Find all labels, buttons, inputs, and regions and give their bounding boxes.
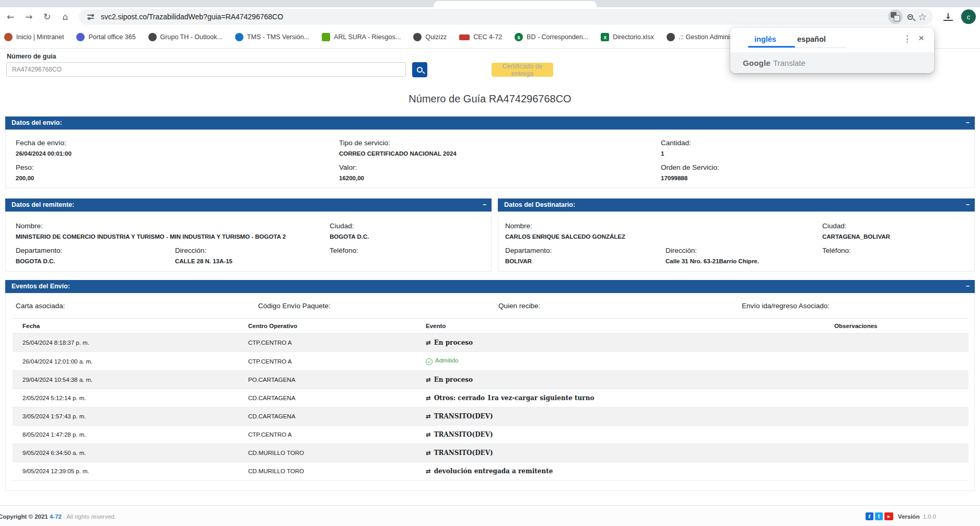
sender-panel-header[interactable]: Datos del remitente: − — [5, 198, 492, 212]
home-button[interactable]: ⌂ — [59, 11, 72, 22]
table-row: 26/04/2024 12:01:00 a. m. CTP.CENTRO A ✓… — [13, 352, 969, 371]
youtube-icon[interactable]: ▶ — [884, 512, 893, 520]
collapse-icon[interactable]: − — [966, 116, 970, 130]
field-value: BOLIVAR — [505, 258, 666, 264]
sender-department: Departamento: BOGOTA D.C. — [16, 247, 175, 265]
facebook-icon[interactable]: f — [866, 512, 873, 520]
events-panel-header[interactable]: Eventos del Envío: − — [5, 280, 975, 293]
bookmark-item-directorio[interactable]: xDirectorio.xlsx — [601, 33, 654, 41]
cell-observations — [824, 426, 969, 444]
version-label: Versión — [898, 513, 920, 520]
browser-toolbar: ← → ↻ ⌂ svc2.sipost.co/TrazabilidadWeb?g… — [0, 7, 980, 26]
search-icon — [417, 67, 423, 73]
bookmark-item-arl-sura[interactable]: ARL SURA - Riesgos... — [322, 33, 401, 41]
event-text: Otros: cerrado 1ra vez-cargar siguiente … — [434, 394, 594, 402]
bookmark-item-tms[interactable]: TMS - TMS Versión... — [235, 33, 309, 41]
bookmark-item-outlook[interactable]: Grupo TH - Outlook... — [148, 33, 223, 41]
cell-date: 9/05/2024 6:34:50 a. m. — [13, 444, 238, 462]
tab-spanish[interactable]: español — [797, 35, 826, 43]
cell-center: PO.CARTAGENA — [238, 371, 416, 389]
bookmark-label: CEC 4-72 — [473, 33, 502, 41]
certificate-button[interactable]: Certificado de entrega — [492, 63, 553, 77]
download-icon[interactable]: ↓ — [943, 13, 953, 21]
shipment-panel-title: Datos del envío: — [11, 119, 62, 126]
cell-center: CD.CARTAGENA — [238, 389, 416, 407]
url-text[interactable]: svc2.sipost.co/TrazabilidadWeb?guia=RA47… — [101, 13, 283, 21]
bookmark-item-office365[interactable]: Portal office 365 — [76, 33, 135, 41]
field-value: 16200,00 — [339, 175, 661, 181]
field-label: Ciudad: — [330, 222, 491, 230]
guide-number-input[interactable] — [6, 62, 406, 77]
bookmark-item-cec-472[interactable]: CEC 4-72 — [459, 33, 502, 41]
table-row: 9/05/2024 12:39:05 p. m. CD.MURILLO TORO… — [13, 462, 969, 481]
field-value: Calle 31 Nro. 63-21Barrio Chipre. — [666, 258, 822, 264]
field-value: CARLOS ENRIQUE SALCEDO GONZÁLEZ — [505, 233, 822, 240]
cell-date: 29/04/2024 10:54:38 a. m. — [13, 371, 238, 389]
close-icon[interactable]: × — [918, 32, 924, 44]
bookmark-item-mintranet[interactable]: Inicio | Mintranet — [4, 33, 64, 41]
twitter-icon[interactable]: t — [875, 512, 883, 520]
collapse-icon[interactable]: − — [966, 280, 970, 293]
gestion-favicon — [667, 33, 675, 41]
omnibox[interactable]: svc2.sipost.co/TrazabilidadWeb?guia=RA47… — [79, 9, 933, 25]
field-service-type: Tipo de servicio: CORREO CERTIFICADO NAC… — [339, 139, 661, 158]
forward-button[interactable]: → — [22, 11, 35, 22]
cell-event: ⇄Otros: cerrado 1ra vez-cargar siguiente… — [416, 389, 824, 407]
sharepoint-favicon: s — [515, 33, 523, 41]
cell-observations — [824, 371, 969, 389]
tab-english[interactable]: inglés — [754, 35, 776, 43]
more-options-icon[interactable]: ⋮ — [903, 33, 912, 44]
translate-icon[interactable] — [888, 9, 903, 24]
cell-center: CTP.CENTRO A — [238, 352, 416, 371]
bookmark-item-bd-correspondencia[interactable]: sBD - Corresponden... — [515, 33, 588, 41]
footer: Copyright © 2021 4-72 . All rights reser… — [0, 505, 980, 526]
site-settings-icon[interactable] — [87, 13, 95, 20]
footer-brand-link[interactable]: 4-72 — [50, 513, 62, 520]
transfer-arrows-icon: ⇄ — [426, 339, 431, 346]
google-brand: Google — [743, 59, 771, 67]
cell-center: CD.MURILLO TORO — [238, 444, 416, 462]
field-value: CORREO CERTIFICADO NACIONAL 2024 — [339, 150, 661, 157]
field-value: MINISTERIO DE COMERCIO INDUSTRIA Y TURIS… — [16, 233, 330, 240]
sender-panel-title: Datos del remitente: — [11, 201, 74, 208]
copyright-text: Copyright © 2021 4-72 . All rights reser… — [0, 513, 116, 520]
event-text: En proceso — [434, 339, 473, 346]
field-label: Tipo de servicio: — [339, 139, 661, 147]
recipient-address: Dirección: Calle 31 Nro. 63-21Barrio Chi… — [666, 247, 822, 265]
bookmark-star-icon[interactable]: ☆ — [918, 11, 927, 22]
field-value — [822, 258, 974, 264]
recipient-panel-header[interactable]: Datos del Destinatario: − — [498, 198, 975, 212]
cell-center: CD.CARTAGENA — [238, 407, 416, 426]
cell-center: CD.MURILLO TORO — [238, 462, 416, 481]
field-value: 26/04/2024 00:01:00 — [16, 150, 339, 157]
field-label: Departamento: — [16, 247, 175, 254]
recipient-panel-title: Datos del Destinatario: — [504, 201, 575, 208]
back-button[interactable]: ← — [4, 11, 17, 22]
quizizz-favicon — [413, 33, 422, 41]
cell-date: 2/05/2024 5:12:14 p. m. — [13, 389, 238, 407]
arl-sura-favicon — [322, 33, 330, 41]
field-label: Teléfono: — [822, 247, 974, 254]
search-button[interactable] — [412, 62, 427, 77]
reload-button[interactable]: ↻ — [41, 11, 53, 22]
collapse-icon[interactable]: − — [966, 198, 970, 212]
field-label: Nombre: — [16, 222, 330, 230]
shipment-panel-body: Fecha de envío: 26/04/2024 00:01:00 Tipo… — [5, 130, 975, 188]
profile-avatar[interactable]: c — [961, 9, 976, 24]
guide-number-label: Número de guía — [7, 53, 56, 60]
active-tab[interactable] — [434, 1, 597, 7]
collapse-icon[interactable]: − — [483, 198, 486, 212]
table-row: 3/05/2024 1:57:43 p. m. CD.CARTAGENA ⇄TR… — [13, 407, 969, 426]
field-label: Nombre: — [505, 222, 822, 230]
shipment-panel-header[interactable]: Datos del envío: − — [5, 116, 975, 130]
cell-observations — [824, 352, 969, 371]
table-row: 9/05/2024 6:34:50 a. m. CD.MURILLO TORO … — [13, 444, 969, 462]
rights-text: . All rights reserved. — [63, 513, 116, 520]
event-text: Admitido — [435, 357, 459, 364]
version-number: 1.0.0 — [923, 513, 936, 520]
zoom-out-icon[interactable] — [907, 14, 913, 20]
bookmark-label: Portal office 365 — [88, 33, 135, 41]
recipient-phone: Teléfono: — [822, 247, 974, 265]
bookmark-item-quizizz[interactable]: Quizizz — [413, 33, 447, 41]
event-text: devolución entregada a remitente — [434, 467, 553, 475]
